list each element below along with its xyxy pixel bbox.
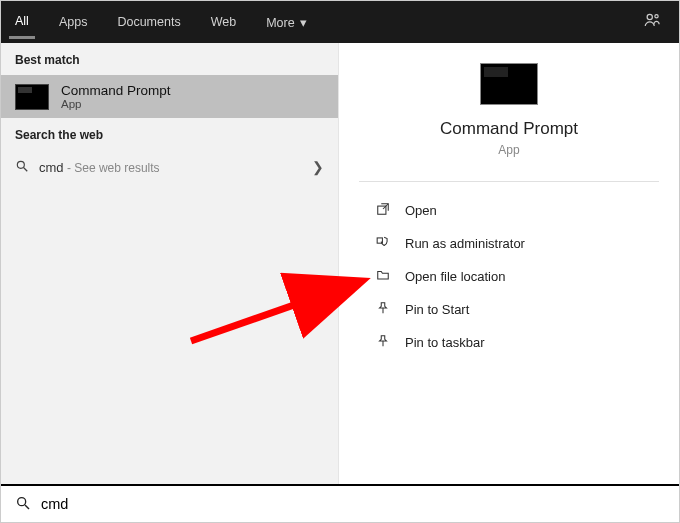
account-icon[interactable] bbox=[633, 11, 671, 33]
svg-line-3 bbox=[24, 167, 28, 171]
shield-icon bbox=[375, 235, 391, 252]
action-pin-to-start[interactable]: Pin to Start bbox=[369, 293, 649, 326]
details-title: Command Prompt bbox=[440, 119, 578, 139]
svg-point-0 bbox=[647, 14, 652, 19]
action-open-label: Open bbox=[405, 203, 437, 218]
tab-more-label: More bbox=[266, 16, 294, 30]
web-result-item[interactable]: cmd - See web results ❯ bbox=[1, 150, 338, 184]
svg-line-9 bbox=[25, 505, 29, 509]
action-open-file-location[interactable]: Open file location bbox=[369, 260, 649, 293]
svg-point-8 bbox=[18, 497, 26, 505]
svg-point-2 bbox=[17, 161, 24, 168]
pin-icon bbox=[375, 301, 391, 318]
action-open[interactable]: Open bbox=[369, 194, 649, 227]
pin-taskbar-icon bbox=[375, 334, 391, 351]
best-match-subtitle: App bbox=[61, 98, 171, 110]
search-icon bbox=[15, 159, 29, 176]
tab-all[interactable]: All bbox=[9, 6, 35, 39]
best-match-header: Best match bbox=[1, 43, 338, 75]
action-pin-start-label: Pin to Start bbox=[405, 302, 469, 317]
action-pin-taskbar-label: Pin to taskbar bbox=[405, 335, 485, 350]
chevron-down-icon: ▾ bbox=[300, 16, 307, 30]
results-panel: Best match Command Prompt App Search the… bbox=[1, 43, 338, 486]
action-open-location-label: Open file location bbox=[405, 269, 505, 284]
action-pin-to-taskbar[interactable]: Pin to taskbar bbox=[369, 326, 649, 359]
tab-web[interactable]: Web bbox=[205, 7, 242, 37]
svg-point-1 bbox=[655, 15, 658, 18]
best-match-item[interactable]: Command Prompt App bbox=[1, 75, 338, 118]
action-run-admin-label: Run as administrator bbox=[405, 236, 525, 251]
search-bar bbox=[1, 484, 679, 522]
search-input[interactable] bbox=[41, 496, 665, 512]
web-hint: - See web results bbox=[64, 161, 160, 175]
open-icon bbox=[375, 202, 391, 219]
tab-apps[interactable]: Apps bbox=[53, 7, 94, 37]
folder-icon bbox=[375, 268, 391, 285]
action-run-as-administrator[interactable]: Run as administrator bbox=[369, 227, 649, 260]
web-query: cmd bbox=[39, 160, 64, 175]
app-large-icon bbox=[480, 63, 538, 105]
best-match-title: Command Prompt bbox=[61, 83, 171, 98]
divider bbox=[359, 181, 658, 182]
details-panel: Command Prompt App Open Run as administr… bbox=[338, 43, 679, 486]
command-prompt-icon bbox=[15, 84, 49, 110]
search-icon bbox=[15, 495, 31, 514]
tab-documents[interactable]: Documents bbox=[111, 7, 186, 37]
details-subtitle: App bbox=[498, 143, 519, 157]
chevron-right-icon: ❯ bbox=[312, 159, 324, 175]
tab-more[interactable]: More ▾ bbox=[260, 7, 313, 38]
filter-tabs: All Apps Documents Web More ▾ bbox=[1, 1, 679, 43]
web-header: Search the web bbox=[1, 118, 338, 150]
